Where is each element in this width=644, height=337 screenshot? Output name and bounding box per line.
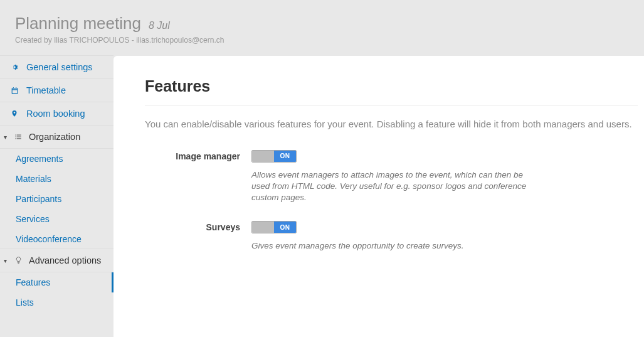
page-intro: You can enable/disable various features … [145,117,634,131]
nav-general-settings[interactable]: General settings [0,55,113,79]
toggle-off-side [252,222,274,233]
toggle-image-manager[interactable]: ON [251,150,297,163]
feature-description: Gives event managers the opportunity to … [251,240,527,252]
feature-label: Surveys [145,221,251,232]
feature-description: Allows event managers to attach images t… [251,169,527,204]
page-header: Planning meeting 8 Jul Created by Ilias … [0,0,644,56]
nav-timetable[interactable]: Timetable [0,78,113,102]
nav-sub-agreements[interactable]: Agreements [0,149,113,169]
nav-sub-videoconference[interactable]: Videoconference [0,229,113,249]
toggle-surveys[interactable]: ON [251,221,297,233]
feature-label: Image manager [145,150,251,161]
nav-section-label: Organization [29,132,80,142]
nav-sub-services[interactable]: Services [0,209,113,229]
feature-surveys: Surveys ON Gives event managers the oppo… [145,221,644,252]
event-date: 8 Jul [149,20,170,31]
event-title: Planning meeting [15,14,141,33]
nav-section-label: Advanced options [29,255,101,265]
content-area: Features You can enable/disable various … [113,56,644,337]
caret-down-icon: ▾ [4,257,10,264]
nav-section-organization[interactable]: ▾ Organization [0,125,113,149]
nav-section-advanced[interactable]: ▾ Advanced options [0,249,113,272]
nav-label: Timetable [26,85,66,95]
bulb-icon [13,256,24,265]
page-title: Features [145,77,638,106]
nav-label: Room booking [26,109,85,119]
feature-image-manager: Image manager ON Allows event managers t… [145,150,644,204]
nav-room-booking[interactable]: Room booking [0,102,113,126]
nav-sub-features[interactable]: Features [0,272,113,292]
sidebar: General settings Timetable Room booking … [0,56,113,337]
caret-down-icon: ▾ [4,134,10,141]
pin-icon [9,109,20,118]
event-creator: Created by Ilias TRICHOPOULOS - ilias.tr… [15,36,629,45]
nav-sub-materials[interactable]: Materials [0,169,113,189]
nav-sub-participants[interactable]: Participants [0,189,113,209]
calendar-icon [9,87,20,95]
toggle-off-side [252,151,274,162]
toggle-on-side: ON [274,222,296,233]
nav-label: General settings [26,62,93,72]
list-icon [13,132,24,141]
nav-sub-lists[interactable]: Lists [0,292,113,313]
gear-icon [9,63,20,72]
toggle-on-side: ON [274,151,296,162]
